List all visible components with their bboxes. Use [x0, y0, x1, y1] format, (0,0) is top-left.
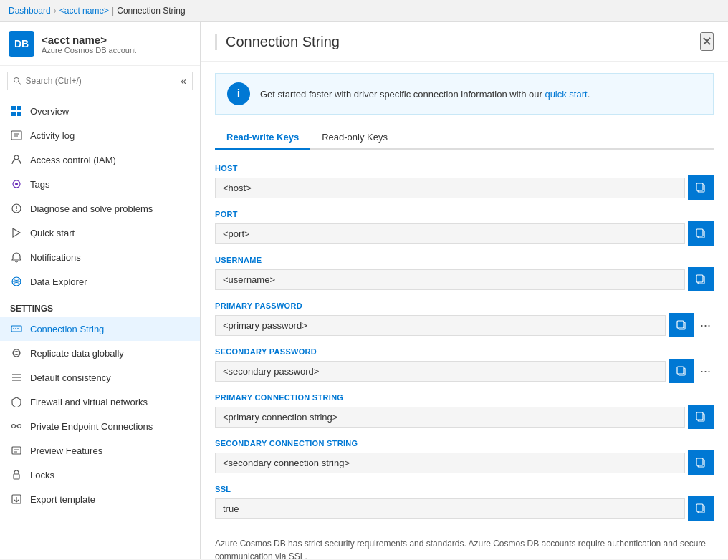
svg-point-14 [16, 210, 17, 211]
sidebar-item-label: Default consistency [30, 372, 111, 383]
field-input-username[interactable] [215, 269, 685, 290]
search-icon [14, 77, 21, 85]
search-box[interactable]: « [7, 72, 193, 90]
diagnose-icon [10, 202, 23, 215]
field-input-host[interactable] [215, 178, 685, 198]
field-input-port[interactable] [215, 223, 685, 244]
sidebar-item-data-explorer[interactable]: Data Explorer [0, 269, 200, 294]
access-icon [10, 153, 23, 166]
field-group-host: HOST [215, 164, 714, 200]
field-label-host: HOST [215, 164, 714, 173]
tabs: Read-write Keys Read-only Keys [215, 126, 714, 150]
field-label-primary-connection-string: PRIMARY CONNECTION STRING [215, 393, 714, 402]
copy-button-secondary-password[interactable] [669, 359, 694, 383]
search-input[interactable] [25, 76, 176, 86]
sidebar-item-tags[interactable]: Tags [0, 172, 200, 196]
field-input-secondary-connection-string[interactable] [215, 453, 685, 473]
quick-start-link[interactable]: quick start [545, 89, 587, 100]
tab-read-only[interactable]: Read-only Keys [310, 126, 399, 150]
copy-button-host[interactable] [688, 175, 714, 200]
svg-point-11 [15, 183, 18, 185]
field-input-primary-connection-string[interactable] [215, 407, 685, 428]
account-type: Azure Cosmos DB account [42, 46, 136, 54]
sidebar-item-diagnose[interactable]: Diagnose and solve problems [0, 196, 200, 221]
breadcrumb-acct[interactable]: <acct name> [59, 6, 109, 16]
activity-icon [10, 129, 23, 142]
sidebar-item-label: Quick start [30, 228, 75, 238]
copy-button-primary-password[interactable] [669, 313, 694, 337]
collapse-button[interactable]: « [181, 75, 186, 87]
sidebar-item-access-control[interactable]: Access control (IAM) [0, 148, 200, 172]
svg-rect-3 [17, 106, 21, 110]
sidebar-item-replicate[interactable]: Replicate data globally [0, 341, 200, 365]
field-group-username: USERNAME [215, 256, 714, 291]
svg-rect-32 [14, 474, 19, 479]
sidebar-item-label: Access control (IAM) [30, 155, 116, 165]
sidebar-item-quick-start[interactable]: Quick start [0, 221, 200, 245]
field-group-secondary-password: SECONDARY PASSWORD··· [215, 347, 714, 383]
svg-rect-6 [11, 131, 21, 140]
replicate-icon [10, 347, 23, 359]
copy-button-username[interactable] [688, 267, 714, 291]
svg-marker-15 [13, 228, 20, 237]
field-group-port: PORT [215, 210, 714, 246]
copy-button-primary-connection-string[interactable] [688, 405, 714, 429]
preview-icon [10, 444, 23, 457]
consistency-icon [10, 371, 23, 384]
more-button-secondary-password[interactable]: ··· [697, 365, 714, 377]
sidebar-item-preview-features[interactable]: Preview Features [0, 438, 200, 463]
connection-icon [10, 322, 23, 335]
field-group-primary-password: PRIMARY PASSWORD··· [215, 301, 714, 337]
notifications-icon [10, 251, 23, 264]
field-row-primary-password: ··· [215, 313, 714, 337]
field-label-port: PORT [215, 210, 714, 218]
field-input-secondary-password[interactable] [215, 361, 666, 382]
field-label-secondary-connection-string: SECONDARY CONNECTION STRING [215, 439, 714, 448]
sidebar-item-label: Locks [30, 470, 54, 481]
sidebar-item-overview[interactable]: Overview [0, 99, 200, 123]
sidebar-item-label: Tags [30, 179, 49, 190]
svg-rect-4 [11, 112, 16, 116]
field-label-ssl: SSL [215, 485, 714, 493]
copy-button-port[interactable] [688, 221, 714, 246]
svg-rect-48 [696, 458, 703, 465]
sidebar-item-private-endpoint[interactable]: Private Endpoint Connections [0, 414, 200, 438]
svg-rect-40 [696, 275, 703, 282]
field-input-ssl[interactable] [215, 498, 685, 519]
data-explorer-icon [10, 275, 23, 288]
copy-button-ssl[interactable] [688, 496, 714, 521]
locks-icon [10, 468, 23, 481]
close-button[interactable]: ✕ [700, 32, 714, 51]
field-group-primary-connection-string: PRIMARY CONNECTION STRING [215, 393, 714, 429]
info-text: Get started faster with driver specific … [260, 89, 590, 100]
field-input-primary-password[interactable] [215, 315, 666, 336]
sidebar-item-label: Notifications [30, 252, 81, 263]
tab-read-write[interactable]: Read-write Keys [215, 126, 310, 150]
sidebar-header: DB <acct name> Azure Cosmos DB account [0, 22, 200, 66]
breadcrumb: Dashboard › <acct name> | Connection Str… [0, 0, 728, 22]
svg-rect-36 [696, 183, 703, 190]
field-row-ssl [215, 496, 714, 521]
sidebar-item-firewall[interactable]: Firewall and virtual networks [0, 390, 200, 414]
field-row-secondary-password: ··· [215, 359, 714, 383]
sidebar-item-notifications[interactable]: Notifications [0, 245, 200, 269]
svg-rect-2 [11, 106, 16, 110]
more-button-primary-password[interactable]: ··· [697, 319, 714, 332]
field-row-secondary-connection-string [215, 450, 714, 475]
field-row-primary-connection-string [215, 405, 714, 429]
sidebar-item-connection-string[interactable]: Connection String [0, 317, 200, 341]
sidebar-item-default-consistency[interactable]: Default consistency [0, 365, 200, 390]
sidebar-item-label: Preview Features [30, 445, 102, 456]
content-body: i Get started faster with driver specifi… [201, 62, 728, 559]
overview-icon [10, 105, 23, 117]
copy-button-secondary-connection-string[interactable] [688, 450, 714, 475]
sidebar-item-activity-log[interactable]: Activity log [0, 123, 200, 148]
sidebar-item-label: Private Endpoint Connections [30, 421, 153, 432]
endpoint-icon [10, 420, 23, 433]
breadcrumb-dashboard[interactable]: Dashboard [9, 6, 51, 16]
sidebar: DB <acct name> Azure Cosmos DB account «… [0, 22, 201, 559]
sidebar-item-export-template[interactable]: Export template [0, 487, 200, 511]
sidebar-item-label: Data Explorer [30, 276, 87, 287]
sidebar-item-locks[interactable]: Locks [0, 463, 200, 487]
content-header: Connection String ✕ [201, 22, 728, 62]
